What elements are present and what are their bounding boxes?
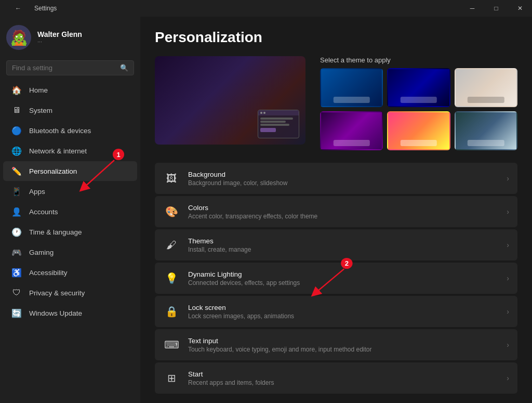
- start-icon: ⊞: [163, 370, 180, 386]
- settings-item-dynamic-lighting[interactable]: 💡 Dynamic Lighting Connected devices, ef…: [155, 263, 517, 294]
- theme-gallery-label: Select a theme to apply: [320, 56, 517, 64]
- sidebar-label-accounts: Accounts: [29, 208, 58, 216]
- settings-item-themes[interactable]: 🖌 Themes Install, create, manage ›: [155, 229, 517, 261]
- app-window: ← Settings ─ □ ✕ 🧟 Walter Glenn ··· 🔍: [0, 0, 532, 403]
- settings-list: 🖼 Background Background image, color, sl…: [155, 163, 517, 394]
- theme-thumb-1[interactable]: [320, 68, 383, 107]
- theme-thumb-3[interactable]: [455, 68, 517, 107]
- themes-chevron: ›: [507, 241, 509, 249]
- sidebar-label-system: System: [29, 107, 52, 114]
- accounts-icon: 👤: [11, 206, 22, 217]
- lock-screen-chevron: ›: [507, 307, 509, 316]
- sidebar-item-accounts[interactable]: 👤 Accounts: [3, 202, 137, 222]
- accessibility-icon: ♿: [11, 267, 22, 278]
- dynamic-lighting-text: Dynamic Lighting Connected devices, effe…: [188, 270, 498, 287]
- sidebar-item-system[interactable]: 🖥 System: [3, 100, 137, 120]
- user-info: Walter Glenn ···: [37, 30, 82, 45]
- sidebar-label-personalization: Personalization: [29, 167, 77, 175]
- lock-screen-desc: Lock screen images, apps, animations: [188, 313, 498, 320]
- home-icon: 🏠: [11, 85, 22, 95]
- text-input-desc: Touch keyboard, voice typing, emoji and …: [188, 346, 498, 353]
- text-input-text: Text input Touch keyboard, voice typing,…: [188, 337, 498, 353]
- user-profile[interactable]: 🧟 Walter Glenn ···: [0, 17, 140, 58]
- sidebar-label-gaming: Gaming: [29, 249, 54, 256]
- page-title: Personalization: [155, 29, 517, 46]
- themes-title: Themes: [188, 237, 498, 245]
- minimize-button[interactable]: ─: [460, 0, 484, 17]
- colors-chevron: ›: [507, 207, 509, 216]
- settings-item-lock-screen[interactable]: 🔒 Lock screen Lock screen images, apps, …: [155, 296, 517, 327]
- sidebar-label-apps: Apps: [29, 188, 45, 196]
- colors-title: Colors: [188, 204, 498, 212]
- time-icon: 🕐: [11, 227, 22, 237]
- search-icon: 🔍: [120, 64, 128, 72]
- back-button[interactable]: ←: [6, 0, 30, 17]
- text-input-icon: ⌨: [163, 336, 180, 353]
- theme-thumb-5[interactable]: [387, 111, 450, 150]
- avatar: 🧟: [6, 25, 31, 50]
- user-email: ···: [37, 38, 82, 45]
- sidebar-item-privacy[interactable]: 🛡 Privacy & security: [3, 283, 137, 303]
- sidebar-label-privacy: Privacy & security: [29, 289, 85, 297]
- theme-thumb-6[interactable]: [455, 111, 517, 150]
- sidebar-item-gaming[interactable]: 🎮 Gaming: [3, 242, 137, 262]
- theme-preview: [155, 56, 305, 145]
- background-desc: Background image, color, slideshow: [188, 179, 498, 187]
- sidebar-label-network: Network & internet: [29, 147, 87, 155]
- sidebar-label-time: Time & language: [29, 228, 82, 236]
- sidebar-label-bluetooth: Bluetooth & devices: [29, 127, 91, 135]
- colors-icon: 🎨: [163, 203, 180, 220]
- theme-thumb-2[interactable]: [387, 68, 450, 107]
- background-icon: 🖼: [163, 170, 180, 187]
- themes-desc: Install, create, manage: [188, 246, 498, 253]
- search-input[interactable]: [12, 64, 116, 72]
- start-title: Start: [188, 370, 498, 378]
- text-input-title: Text input: [188, 337, 498, 345]
- settings-item-colors[interactable]: 🎨 Colors Accent color, transparency effe…: [155, 196, 517, 227]
- sidebar-item-update[interactable]: 🔄 Windows Update: [3, 303, 137, 323]
- start-chevron: ›: [507, 374, 509, 382]
- dynamic-lighting-title: Dynamic Lighting: [188, 270, 498, 278]
- sidebar-item-apps[interactable]: 📱 Apps: [3, 181, 137, 201]
- colors-text: Colors Accent color, transparency effect…: [188, 204, 498, 220]
- personalization-icon: ✏️: [11, 166, 22, 176]
- sidebar-item-bluetooth[interactable]: 🔵 Bluetooth & devices: [3, 121, 137, 140]
- settings-item-text-input[interactable]: ⌨ Text input Touch keyboard, voice typin…: [155, 329, 517, 360]
- background-text: Background Background image, color, slid…: [188, 171, 498, 187]
- sidebar-item-home[interactable]: 🏠 Home: [3, 80, 137, 100]
- privacy-icon: 🛡: [11, 288, 22, 298]
- settings-item-background[interactable]: 🖼 Background Background image, color, sl…: [155, 163, 517, 194]
- user-name: Walter Glenn: [37, 30, 82, 38]
- search-box[interactable]: 🔍: [6, 60, 134, 75]
- start-desc: Recent apps and items, folders: [188, 379, 498, 386]
- titlebar: ← Settings ─ □ ✕: [0, 0, 532, 17]
- bluetooth-icon: 🔵: [11, 125, 22, 136]
- sidebar: 🧟 Walter Glenn ··· 🔍 🏠 Home 🖥 System 🔵 B…: [0, 17, 140, 403]
- dynamic-lighting-icon: 💡: [163, 270, 180, 287]
- sidebar-item-personalization[interactable]: ✏️ Personalization: [3, 161, 137, 181]
- gaming-icon: 🎮: [11, 247, 22, 257]
- network-icon: 🌐: [11, 146, 22, 156]
- nav-list: 🏠 Home 🖥 System 🔵 Bluetooth & devices 🌐 …: [0, 80, 140, 323]
- theme-gallery: [320, 68, 517, 150]
- settings-item-start[interactable]: ⊞ Start Recent apps and items, folders ›: [155, 362, 517, 394]
- titlebar-controls: ─ □ ✕: [460, 0, 532, 17]
- sidebar-item-accessibility[interactable]: ♿ Accessibility: [3, 263, 137, 282]
- sidebar-item-time[interactable]: 🕐 Time & language: [3, 222, 137, 242]
- dynamic-lighting-desc: Connected devices, effects, app settings: [188, 279, 498, 287]
- content-wrapper: 🧟 Walter Glenn ··· 🔍 🏠 Home 🖥 System 🔵 B…: [0, 17, 532, 403]
- themes-text: Themes Install, create, manage: [188, 237, 498, 253]
- maximize-button[interactable]: □: [484, 0, 508, 17]
- sidebar-label-home: Home: [29, 86, 48, 94]
- themes-icon: 🖌: [163, 237, 180, 253]
- close-button[interactable]: ✕: [508, 0, 532, 17]
- lock-screen-icon: 🔒: [163, 303, 180, 320]
- background-title: Background: [188, 171, 498, 178]
- lock-screen-title: Lock screen: [188, 304, 498, 311]
- sidebar-label-update: Windows Update: [29, 309, 82, 317]
- colors-desc: Accent color, transparency effects, colo…: [188, 213, 498, 220]
- system-icon: 🖥: [11, 105, 22, 115]
- theme-gallery-wrapper: Select a theme to apply: [320, 56, 517, 150]
- sidebar-item-network[interactable]: 🌐 Network & internet: [3, 141, 137, 161]
- theme-thumb-4[interactable]: [320, 111, 383, 150]
